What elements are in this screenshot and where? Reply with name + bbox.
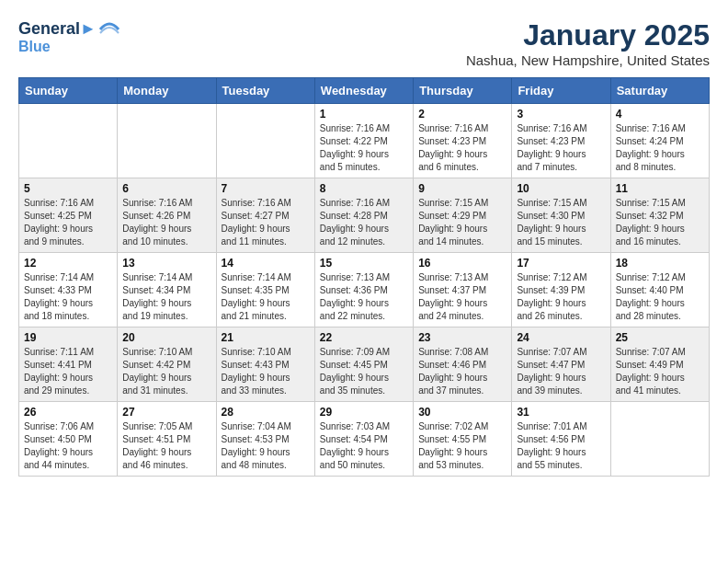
calendar-cell: 21Sunrise: 7:10 AM Sunset: 4:43 PM Dayli… (216, 327, 314, 402)
weekday-header-wednesday: Wednesday (314, 78, 413, 104)
day-info: Sunrise: 7:16 AM Sunset: 4:22 PM Dayligh… (320, 122, 408, 174)
calendar-cell: 9Sunrise: 7:15 AM Sunset: 4:29 PM Daylig… (414, 178, 512, 253)
day-info: Sunrise: 7:14 AM Sunset: 4:34 PM Dayligh… (122, 271, 210, 323)
day-info: Sunrise: 7:05 AM Sunset: 4:51 PM Dayligh… (122, 420, 210, 472)
calendar-cell: 12Sunrise: 7:14 AM Sunset: 4:33 PM Dayli… (19, 253, 118, 327)
day-info: Sunrise: 7:16 AM Sunset: 4:27 PM Dayligh… (222, 197, 310, 248)
day-number: 28 (222, 406, 310, 419)
day-number: 5 (24, 182, 112, 195)
calendar-cell: 16Sunrise: 7:13 AM Sunset: 4:37 PM Dayli… (414, 253, 512, 327)
header: General► Blue January 2025 Nashua, New H… (18, 18, 710, 68)
calendar-week-4: 19Sunrise: 7:11 AM Sunset: 4:41 PM Dayli… (19, 327, 710, 402)
day-number: 6 (122, 182, 210, 195)
day-number: 22 (320, 331, 408, 344)
day-number: 27 (122, 406, 210, 419)
day-number: 8 (320, 182, 408, 195)
calendar-cell: 7Sunrise: 7:16 AM Sunset: 4:27 PM Daylig… (216, 178, 314, 253)
day-info: Sunrise: 7:12 AM Sunset: 4:40 PM Dayligh… (616, 271, 704, 323)
day-number: 18 (616, 257, 704, 270)
day-number: 20 (122, 331, 210, 344)
day-info: Sunrise: 7:10 AM Sunset: 4:42 PM Dayligh… (122, 346, 210, 397)
calendar-cell (610, 402, 709, 477)
day-number: 3 (517, 108, 605, 121)
calendar-cell: 27Sunrise: 7:05 AM Sunset: 4:51 PM Dayli… (118, 402, 216, 477)
calendar-cell (19, 104, 118, 178)
day-info: Sunrise: 7:07 AM Sunset: 4:47 PM Dayligh… (517, 346, 605, 397)
day-info: Sunrise: 7:14 AM Sunset: 4:35 PM Dayligh… (222, 271, 310, 323)
day-info: Sunrise: 7:15 AM Sunset: 4:30 PM Dayligh… (517, 197, 605, 248)
logo-blue: Blue (18, 39, 120, 55)
day-number: 30 (418, 406, 506, 419)
day-number: 29 (320, 406, 408, 419)
day-info: Sunrise: 7:16 AM Sunset: 4:25 PM Dayligh… (24, 197, 112, 248)
day-number: 26 (24, 406, 112, 419)
day-info: Sunrise: 7:06 AM Sunset: 4:50 PM Dayligh… (24, 420, 112, 472)
day-info: Sunrise: 7:10 AM Sunset: 4:43 PM Dayligh… (222, 346, 310, 397)
day-info: Sunrise: 7:14 AM Sunset: 4:33 PM Dayligh… (24, 271, 112, 323)
calendar-cell: 3Sunrise: 7:16 AM Sunset: 4:23 PM Daylig… (512, 104, 610, 178)
day-number: 24 (517, 331, 605, 344)
day-number: 31 (517, 406, 605, 419)
calendar-week-1: 1Sunrise: 7:16 AM Sunset: 4:22 PM Daylig… (19, 104, 710, 178)
day-number: 25 (616, 331, 704, 344)
weekday-header-tuesday: Tuesday (216, 78, 314, 104)
day-number: 23 (418, 331, 506, 344)
day-number: 19 (24, 331, 112, 344)
day-info: Sunrise: 7:04 AM Sunset: 4:53 PM Dayligh… (222, 420, 310, 472)
calendar-cell: 18Sunrise: 7:12 AM Sunset: 4:40 PM Dayli… (610, 253, 709, 327)
day-info: Sunrise: 7:07 AM Sunset: 4:49 PM Dayligh… (616, 346, 704, 397)
weekday-header-monday: Monday (118, 78, 216, 104)
calendar-cell: 29Sunrise: 7:03 AM Sunset: 4:54 PM Dayli… (314, 402, 413, 477)
calendar-cell: 2Sunrise: 7:16 AM Sunset: 4:23 PM Daylig… (414, 104, 512, 178)
day-info: Sunrise: 7:12 AM Sunset: 4:39 PM Dayligh… (517, 271, 605, 323)
calendar-cell: 19Sunrise: 7:11 AM Sunset: 4:41 PM Dayli… (19, 327, 118, 402)
calendar-cell: 4Sunrise: 7:16 AM Sunset: 4:24 PM Daylig… (610, 104, 709, 178)
calendar: SundayMondayTuesdayWednesdayThursdayFrid… (18, 77, 710, 477)
calendar-header-row: SundayMondayTuesdayWednesdayThursdayFrid… (19, 78, 710, 104)
calendar-cell (216, 104, 314, 178)
calendar-cell: 25Sunrise: 7:07 AM Sunset: 4:49 PM Dayli… (610, 327, 709, 402)
day-number: 12 (24, 257, 112, 270)
day-number: 13 (122, 257, 210, 270)
weekday-header-saturday: Saturday (610, 78, 709, 104)
calendar-cell (118, 104, 216, 178)
day-number: 11 (616, 182, 704, 195)
day-info: Sunrise: 7:08 AM Sunset: 4:46 PM Dayligh… (418, 346, 506, 397)
day-info: Sunrise: 7:15 AM Sunset: 4:32 PM Dayligh… (616, 197, 704, 248)
calendar-cell: 10Sunrise: 7:15 AM Sunset: 4:30 PM Dayli… (512, 178, 610, 253)
logo: General► Blue (18, 18, 120, 55)
day-number: 15 (320, 257, 408, 270)
day-number: 16 (418, 257, 506, 270)
day-number: 1 (320, 108, 408, 121)
weekday-header-sunday: Sunday (19, 78, 118, 104)
day-info: Sunrise: 7:16 AM Sunset: 4:23 PM Dayligh… (517, 122, 605, 174)
day-number: 4 (616, 108, 704, 121)
calendar-cell: 1Sunrise: 7:16 AM Sunset: 4:22 PM Daylig… (314, 104, 413, 178)
calendar-cell: 22Sunrise: 7:09 AM Sunset: 4:45 PM Dayli… (314, 327, 413, 402)
month-title: January 2025 (466, 18, 710, 52)
calendar-cell: 24Sunrise: 7:07 AM Sunset: 4:47 PM Dayli… (512, 327, 610, 402)
day-number: 9 (418, 182, 506, 195)
day-number: 7 (222, 182, 310, 195)
day-info: Sunrise: 7:13 AM Sunset: 4:36 PM Dayligh… (320, 271, 408, 323)
title-area: January 2025 Nashua, New Hampshire, Unit… (466, 18, 710, 68)
calendar-cell: 14Sunrise: 7:14 AM Sunset: 4:35 PM Dayli… (216, 253, 314, 327)
day-info: Sunrise: 7:01 AM Sunset: 4:56 PM Dayligh… (517, 420, 605, 472)
logo-icon (98, 18, 120, 40)
calendar-cell: 6Sunrise: 7:16 AM Sunset: 4:26 PM Daylig… (118, 178, 216, 253)
calendar-cell: 17Sunrise: 7:12 AM Sunset: 4:39 PM Dayli… (512, 253, 610, 327)
day-number: 10 (517, 182, 605, 195)
day-number: 17 (517, 257, 605, 270)
calendar-cell: 31Sunrise: 7:01 AM Sunset: 4:56 PM Dayli… (512, 402, 610, 477)
calendar-week-2: 5Sunrise: 7:16 AM Sunset: 4:25 PM Daylig… (19, 178, 710, 253)
day-info: Sunrise: 7:16 AM Sunset: 4:23 PM Dayligh… (418, 122, 506, 174)
calendar-cell: 30Sunrise: 7:02 AM Sunset: 4:55 PM Dayli… (414, 402, 512, 477)
day-number: 14 (222, 257, 310, 270)
calendar-cell: 8Sunrise: 7:16 AM Sunset: 4:28 PM Daylig… (314, 178, 413, 253)
calendar-cell: 15Sunrise: 7:13 AM Sunset: 4:36 PM Dayli… (314, 253, 413, 327)
day-info: Sunrise: 7:09 AM Sunset: 4:45 PM Dayligh… (320, 346, 408, 397)
calendar-week-3: 12Sunrise: 7:14 AM Sunset: 4:33 PM Dayli… (19, 253, 710, 327)
calendar-cell: 26Sunrise: 7:06 AM Sunset: 4:50 PM Dayli… (19, 402, 118, 477)
calendar-week-5: 26Sunrise: 7:06 AM Sunset: 4:50 PM Dayli… (19, 402, 710, 477)
day-info: Sunrise: 7:16 AM Sunset: 4:26 PM Dayligh… (122, 197, 210, 248)
